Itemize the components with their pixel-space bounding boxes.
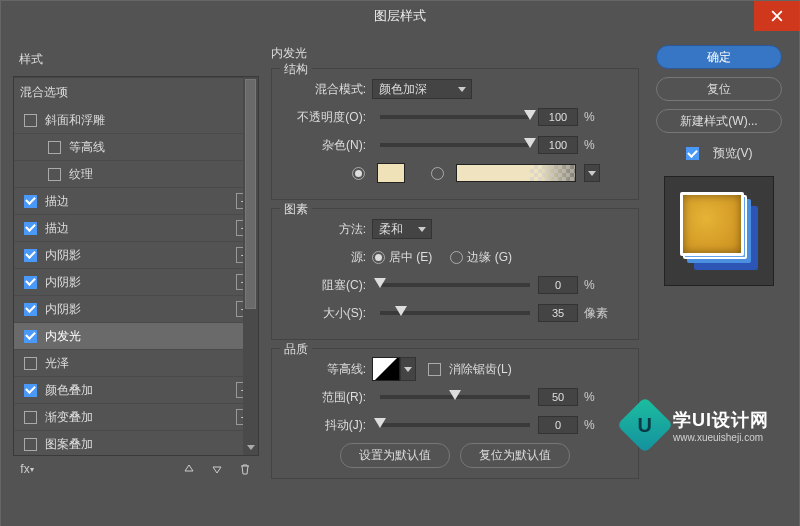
gradient-dropdown-icon[interactable] [584, 164, 600, 182]
style-checkbox[interactable] [24, 357, 37, 370]
choke-input[interactable] [538, 276, 578, 294]
source-center-radio[interactable] [372, 251, 385, 264]
color-swatch[interactable] [377, 163, 405, 183]
style-checkbox[interactable] [24, 303, 37, 316]
style-item-label: 光泽 [45, 355, 69, 372]
style-item[interactable]: 描边+ [14, 215, 258, 242]
titlebar: 图层样式 [1, 1, 799, 31]
style-list: 混合选项 斜面和浮雕等高线纹理描边+描边+内阴影+内阴影+内阴影+内发光光泽颜色… [13, 76, 259, 456]
scrollbar-down-icon[interactable] [243, 440, 258, 455]
quality-legend: 品质 [280, 341, 312, 358]
watermark-url: www.xueuisheji.com [673, 432, 769, 443]
source-center-label: 居中 (E) [389, 249, 432, 266]
choke-slider[interactable] [380, 283, 530, 287]
fx-menu-icon[interactable]: fx▾ [19, 461, 35, 477]
close-button[interactable] [754, 1, 799, 31]
reset-default-button[interactable]: 复位为默认值 [460, 443, 570, 468]
style-item[interactable]: 内发光 [14, 323, 258, 350]
watermark-logo-icon: U [617, 397, 674, 454]
choke-unit: % [584, 278, 595, 292]
style-checkbox[interactable] [24, 114, 37, 127]
style-checkbox[interactable] [24, 222, 37, 235]
color-radio[interactable] [352, 167, 365, 180]
style-checkbox[interactable] [24, 195, 37, 208]
blend-mode-select[interactable]: 颜色加深 [372, 79, 472, 99]
style-checkbox[interactable] [24, 384, 37, 397]
style-checkbox[interactable] [24, 276, 37, 289]
blend-options-header[interactable]: 混合选项 [14, 77, 258, 107]
style-item[interactable]: 斜面和浮雕 [14, 107, 258, 134]
dialog-body: 样式 混合选项 斜面和浮雕等高线纹理描边+描边+内阴影+内阴影+内阴影+内发光光… [1, 31, 799, 526]
contour-swatch[interactable] [372, 357, 400, 381]
choke-label: 阻塞(C): [282, 277, 372, 294]
range-label: 范围(R): [282, 389, 372, 406]
style-checkbox[interactable] [48, 168, 61, 181]
style-item-label: 等高线 [69, 139, 105, 156]
panel-title: 内发光 [271, 45, 639, 62]
range-slider[interactable] [380, 395, 530, 399]
style-item[interactable]: 等高线 [14, 134, 258, 161]
gradient-radio[interactable] [431, 167, 444, 180]
opacity-slider[interactable] [380, 115, 530, 119]
gradient-swatch[interactable] [456, 164, 576, 182]
style-list-footer: fx▾ [13, 456, 259, 482]
style-checkbox[interactable] [24, 330, 37, 343]
style-item-label: 纹理 [69, 166, 93, 183]
make-default-button[interactable]: 设置为默认值 [340, 443, 450, 468]
noise-unit: % [584, 138, 595, 152]
style-item[interactable]: 描边+ [14, 188, 258, 215]
size-input[interactable] [538, 304, 578, 322]
jitter-unit: % [584, 418, 595, 432]
style-item-label: 颜色叠加 [45, 382, 93, 399]
noise-slider[interactable] [380, 143, 530, 147]
window-title: 图层样式 [374, 7, 426, 25]
ok-button[interactable]: 确定 [656, 45, 782, 69]
elements-fieldset: 图素 方法: 柔和 源: 居中 (E) 边缘 (G) 阻塞(C): % [271, 208, 639, 340]
preview-label: 预览(V) [713, 145, 753, 162]
style-item[interactable]: 内阴影+ [14, 269, 258, 296]
style-checkbox[interactable] [48, 141, 61, 154]
range-unit: % [584, 390, 595, 404]
scrollbar-thumb[interactable] [245, 79, 256, 309]
close-icon [771, 10, 783, 22]
structure-legend: 结构 [280, 61, 312, 78]
move-down-icon[interactable] [209, 461, 225, 477]
trash-icon[interactable] [237, 461, 253, 477]
preview-box [664, 176, 774, 286]
style-checkbox[interactable] [24, 438, 37, 451]
noise-label: 杂色(N): [282, 137, 372, 154]
technique-label: 方法: [282, 221, 372, 238]
technique-select[interactable]: 柔和 [372, 219, 432, 239]
source-edge-radio[interactable] [450, 251, 463, 264]
jitter-input[interactable] [538, 416, 578, 434]
source-label: 源: [282, 249, 372, 266]
antialias-label: 消除锯齿(L) [449, 361, 512, 378]
style-item[interactable]: 内阴影+ [14, 242, 258, 269]
cancel-button[interactable]: 复位 [656, 77, 782, 101]
style-item[interactable]: 内阴影+ [14, 296, 258, 323]
range-input[interactable] [538, 388, 578, 406]
scrollbar[interactable] [243, 77, 258, 455]
style-item-label: 内阴影 [45, 301, 81, 318]
move-up-icon[interactable] [181, 461, 197, 477]
style-item[interactable]: 图案叠加 [14, 431, 258, 456]
layer-style-dialog: 图层样式 样式 混合选项 斜面和浮雕等高线纹理描边+描边+内阴影+内阴影+内阴影… [0, 0, 800, 526]
size-label: 大小(S): [282, 305, 372, 322]
size-unit: 像素 [584, 305, 608, 322]
style-item[interactable]: 纹理 [14, 161, 258, 188]
style-checkbox[interactable] [24, 411, 37, 424]
style-checkbox[interactable] [24, 249, 37, 262]
jitter-slider[interactable] [380, 423, 530, 427]
size-slider[interactable] [380, 311, 530, 315]
opacity-input[interactable] [538, 108, 578, 126]
style-item-label: 图案叠加 [45, 436, 93, 453]
preview-checkbox[interactable] [686, 147, 699, 160]
style-item[interactable]: 光泽 [14, 350, 258, 377]
style-item-label: 描边 [45, 193, 69, 210]
style-item[interactable]: 渐变叠加+ [14, 404, 258, 431]
style-item[interactable]: 颜色叠加+ [14, 377, 258, 404]
antialias-checkbox[interactable] [428, 363, 441, 376]
contour-dropdown-icon[interactable] [400, 357, 416, 381]
noise-input[interactable] [538, 136, 578, 154]
new-style-button[interactable]: 新建样式(W)... [656, 109, 782, 133]
